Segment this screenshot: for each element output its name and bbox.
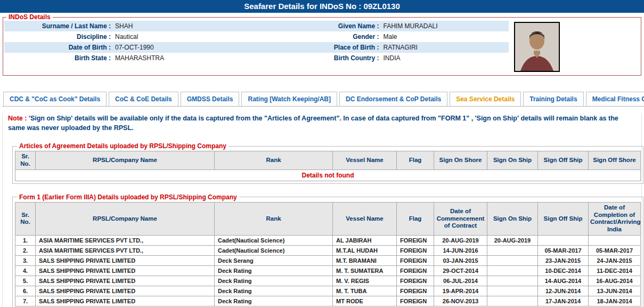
cell-commencement-date: 06-JUL-2014 xyxy=(434,276,487,286)
cell-company: SALS SHIPPING PRIVATE LIMITED xyxy=(36,286,215,296)
cell-vessel: M. V. REGIS xyxy=(333,276,397,286)
tab-training-details[interactable]: Training Details xyxy=(523,92,583,107)
field-row: Surname / Last Name : SHAH Given Name : … xyxy=(4,21,509,31)
table-row: 6. SALS SHIPPING PRIVATE LIMITED Deck Ra… xyxy=(15,286,641,296)
col-sr-no: Sr. No. xyxy=(15,151,36,170)
tab-medical-fitness-certificate[interactable]: Medical Fitness Certificate xyxy=(586,92,644,107)
table-row: 5. SALS SHIPPING PRIVATE LIMITED Deck Ra… xyxy=(15,276,641,286)
table-row: 7. SALS SHIPPING PRIVATE LIMITED Deck Ra… xyxy=(15,296,641,306)
cell-sr-no: 5. xyxy=(15,276,36,286)
cell-vessel: MT RODE xyxy=(333,296,397,306)
cell-completion-date xyxy=(589,236,641,246)
cell-sign-on-ship xyxy=(487,286,538,296)
indos-details-section: INDoS Details Surname / Last Name : SHAH… xyxy=(3,13,641,76)
cell-sr-no: 6. xyxy=(15,286,36,296)
date-of-birth-label: Date of Birth : xyxy=(4,42,111,53)
cell-vessel: M. T. SUMATERA xyxy=(333,266,397,276)
cell-company: ASIA MARITIME SERVICES PVT LTD., xyxy=(36,236,215,246)
cell-sign-on-ship: 20-AUG-2019 xyxy=(487,236,538,246)
cell-sign-off-ship: 14-AUG-2014 xyxy=(538,276,589,286)
discipline-value: Nautical xyxy=(115,31,138,42)
cell-sign-on-ship xyxy=(487,266,538,276)
articles-empty-row: Details not found xyxy=(15,169,641,181)
cell-sign-off-ship: 17-JAN-2014 xyxy=(538,296,589,306)
form1-header-row: Sr. No. RPSL/Company Name Rank Vessel Na… xyxy=(15,202,641,235)
articles-header-row: Sr. No. RPSL/Company Name Rank Vessel Na… xyxy=(15,151,641,170)
field-row: Discipline : Nautical Gender : Male xyxy=(4,31,509,42)
cell-sign-on-ship xyxy=(487,276,538,286)
cell-flag: FOREIGN xyxy=(397,256,434,266)
cell-vessel: M.T.AL HUDAH xyxy=(333,246,397,256)
place-of-birth-label: Place of Birth : xyxy=(257,42,379,53)
sea-service-panel: Note : 'Sign on Ship' details will be av… xyxy=(2,114,642,307)
col-completion-date: Date of Completion of Contract/Arriving … xyxy=(589,202,641,235)
cell-sign-off-ship xyxy=(538,236,589,246)
field-row: Date of Birth : 07-OCT-1990 Place of Bir… xyxy=(4,42,509,53)
cell-sr-no: 3. xyxy=(15,256,36,266)
cell-completion-date: 16-AUG-2014 xyxy=(589,276,641,286)
tab-cdc-coc-as-cook-details[interactable]: CDC & "CoC as Cook" Details xyxy=(3,92,107,107)
cell-sign-on-ship xyxy=(487,246,538,256)
tab-gmdss-details[interactable]: GMDSS Details xyxy=(181,92,240,107)
col-sign-off-ship: Sign Off Ship xyxy=(538,202,589,235)
cell-flag: FOREIGN xyxy=(397,246,434,256)
surname-label: Surname / Last Name : xyxy=(4,21,111,31)
birth-country-label: Birth Country : xyxy=(257,53,379,63)
col-rank: Rank xyxy=(215,151,333,170)
table-row: 3. SALS SHIPPING PRIVATE LIMITED Deck Se… xyxy=(15,256,641,266)
cell-sign-off-ship: 05-MAR-2017 xyxy=(538,246,589,256)
cell-company: SALS SHIPPING PRIVATE LIMITED xyxy=(36,256,215,266)
cell-rank: Cadet(Nautical Science) xyxy=(215,236,333,246)
cell-commencement-date: 19-APR-2014 xyxy=(434,286,487,296)
col-company: RPSL/Company Name xyxy=(36,202,215,235)
cell-flag: FOREIGN xyxy=(397,296,434,306)
cell-vessel: M. T. TUBA xyxy=(333,286,397,296)
cell-sr-no: 2. xyxy=(15,246,36,256)
cell-completion-date: 18-JAN-2014 xyxy=(589,296,641,306)
field-row: Birth State : MAHARASHTRA Birth Country … xyxy=(4,53,509,63)
cell-commencement-date: 26-NOV-2013 xyxy=(434,296,487,306)
cell-sign-on-ship xyxy=(487,296,538,306)
cell-rank: Deck Rating xyxy=(215,276,333,286)
page-title: Seafarer Details for INDoS No : 09ZL0130 xyxy=(244,2,400,11)
tab-coc-coe-details[interactable]: CoC & CoE Details xyxy=(109,92,178,107)
table-row: 1. ASIA MARITIME SERVICES PVT LTD., Cade… xyxy=(15,236,641,246)
cell-completion-date: 05-MAR-2017 xyxy=(589,246,641,256)
cell-sign-off-ship: 12-JUN-2014 xyxy=(538,286,589,296)
col-flag: Flag xyxy=(397,151,434,170)
form1-section: Form 1 (Earlier Form IIIA) Details uploa… xyxy=(12,193,643,307)
cell-commencement-date: 14-JUN-2016 xyxy=(434,246,487,256)
gender-label: Gender : xyxy=(257,31,379,42)
cell-completion-date: 13-JUN-2014 xyxy=(589,286,641,296)
cell-sign-on-ship xyxy=(487,256,538,266)
cell-sign-off-ship: 10-DEC-2014 xyxy=(538,266,589,276)
cell-rank: Cadet(Nautical Science) xyxy=(215,246,333,256)
tab-dc-endorsement-cop-details[interactable]: DC Endorsement & CoP Details xyxy=(339,92,447,107)
birth-state-value: MAHARASHTRA xyxy=(115,53,164,63)
cell-commencement-date: 03-JAN-2015 xyxy=(434,256,487,266)
tab-rating-watch-keeping-ab[interactable]: Rating [Watch Keeping/AB] xyxy=(241,92,337,107)
col-sign-on-shore: Sign On Shore xyxy=(434,151,487,170)
seafarer-photo-placeholder xyxy=(515,23,559,71)
articles-of-agreement-section: Articles of Agreement Details uploaded b… xyxy=(12,142,643,184)
cell-flag: FOREIGN xyxy=(397,286,434,296)
cell-vessel: M.T. BRAMANI xyxy=(333,256,397,266)
cell-completion-date: 24-JAN-2015 xyxy=(589,256,641,266)
page-header: Seafarer Details for INDoS No : 09ZL0130 xyxy=(0,0,644,13)
cell-vessel: AL JABIRAH xyxy=(333,236,397,246)
gender-value: Male xyxy=(384,31,397,42)
given-name-value: FAHIM MURADALI xyxy=(384,21,438,31)
form1-section-title: Form 1 (Earlier Form IIIA) Details uploa… xyxy=(17,193,239,201)
articles-section-title: Articles of Agreement Details uploaded b… xyxy=(17,142,229,150)
cell-rank: Deck Serang xyxy=(215,256,333,266)
col-rank: Rank xyxy=(215,202,333,235)
articles-table: Sr. No. RPSL/Company Name Rank Vessel Na… xyxy=(15,151,641,181)
form1-table: Sr. No. RPSL/Company Name Rank Vessel Na… xyxy=(15,202,641,306)
cell-commencement-date: 20-AUG-2019 xyxy=(434,236,487,246)
birth-country-value: INDIA xyxy=(384,53,401,63)
cell-completion-date: 11-DEC-2014 xyxy=(589,266,641,276)
cell-sr-no: 1. xyxy=(15,236,36,246)
table-row: 2. ASIA MARITIME SERVICES PVT LTD., Cade… xyxy=(15,246,641,256)
cell-sign-off-ship: 23-JAN-2015 xyxy=(538,256,589,266)
tab-sea-service-details[interactable]: Sea Service Details xyxy=(450,92,521,107)
